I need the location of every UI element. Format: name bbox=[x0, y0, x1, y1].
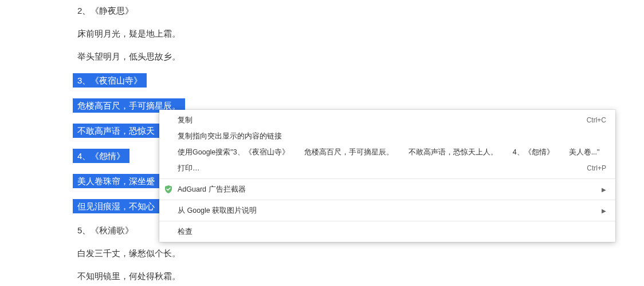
menu-separator bbox=[159, 221, 615, 221]
menu-label: AdGuard 广告拦截器 bbox=[178, 185, 597, 194]
text-line-selected: 3、《夜宿山寺》 bbox=[73, 73, 644, 88]
text-line: 举头望明月，低头思故乡。 bbox=[77, 50, 644, 62]
menu-shortcut: Ctrl+C bbox=[587, 116, 606, 124]
menu-separator bbox=[159, 178, 615, 179]
text-line: 不知明镜里，何处得秋霜。 bbox=[77, 270, 644, 282]
menu-item-copy-link-to-highlight[interactable]: 复制指向突出显示的内容的链接 bbox=[159, 128, 615, 144]
menu-item-get-image-descriptions[interactable]: 从 Google 获取图片说明 ▶ bbox=[159, 202, 615, 219]
menu-label: 从 Google 获取图片说明 bbox=[178, 206, 597, 216]
chevron-right-icon: ▶ bbox=[602, 208, 606, 214]
menu-item-copy[interactable]: 复制 Ctrl+C bbox=[159, 112, 615, 128]
menu-item-inspect[interactable]: 检查 bbox=[159, 224, 615, 240]
text-line: 2、《静夜思》 bbox=[77, 5, 644, 17]
chevron-right-icon: ▶ bbox=[602, 186, 606, 193]
menu-shortcut: Ctrl+P bbox=[587, 164, 606, 172]
menu-item-print[interactable]: 打印… Ctrl+P bbox=[159, 160, 615, 176]
text-line: 床前明月光，疑是地上霜。 bbox=[77, 27, 644, 39]
text-line: 白发三千丈，缘愁似个长。 bbox=[77, 247, 644, 259]
menu-item-search-google[interactable]: 使用Google搜索"3、《夜宿山寺》 危楼高百尺，手可摘星辰。 不敢高声语，恐… bbox=[159, 144, 615, 160]
menu-label: 使用Google搜索"3、《夜宿山寺》 危楼高百尺，手可摘星辰。 不敢高声语，恐… bbox=[178, 148, 606, 157]
menu-separator bbox=[159, 200, 615, 200]
menu-label: 打印… bbox=[178, 164, 580, 173]
menu-item-adguard[interactable]: AdGuard 广告拦截器 ▶ bbox=[159, 181, 615, 197]
menu-label: 检查 bbox=[178, 227, 606, 237]
context-menu: 复制 Ctrl+C 复制指向突出显示的内容的链接 使用Google搜索"3、《夜… bbox=[159, 110, 615, 242]
adguard-shield-icon bbox=[164, 185, 173, 194]
menu-label: 复制指向突出显示的内容的链接 bbox=[178, 132, 606, 141]
menu-label: 复制 bbox=[178, 116, 580, 125]
